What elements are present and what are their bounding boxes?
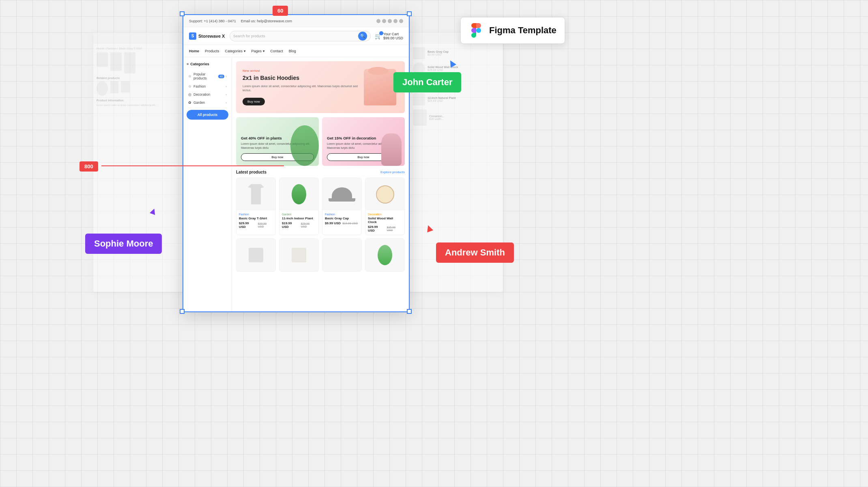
cat-fashion-icon: ☆ <box>188 84 191 88</box>
cat-popular[interactable]: ☆ Popular products 40 › <box>187 70 228 82</box>
product-thumb-plant <box>279 178 318 210</box>
cat-garden[interactable]: ✿ Garden › <box>187 99 228 107</box>
explore-products-link[interactable]: Explore products <box>380 170 405 174</box>
price-row-cap: $9.99 USD $19.99 USD <box>325 221 359 225</box>
product-card-clock[interactable]: Decoration Solid Wood Wall Clock $29.99 … <box>365 178 405 235</box>
sophie-moore-label: Sophie Moore <box>85 234 162 254</box>
cat-garden-label: Garden <box>193 101 205 105</box>
promo-card-decoration: Get 15% OFF in decoration Lorem ipsum do… <box>322 117 405 166</box>
latest-products-title: Latest products <box>236 170 266 174</box>
product-name-plant: 11-Inch Indoor Plant <box>282 217 316 220</box>
product-card-plant[interactable]: Garden 11-Inch Indoor Plant $19.99 USD $… <box>279 178 319 235</box>
price-old-clock: $35.99 USD <box>387 226 402 232</box>
price-old-tshirt: $39.99 USD <box>258 222 273 228</box>
measurement-60-badge: 60 <box>273 6 288 16</box>
hero-image <box>362 67 398 107</box>
product-thumb-extra-2 <box>279 239 318 271</box>
social-icon-2 <box>382 19 386 23</box>
social-icon-5 <box>399 19 403 23</box>
store-topbar: Support: +1 (414) 380 - 0471 Email us: h… <box>183 15 409 27</box>
price-row-tshirt: $29.99 USD $39.99 USD <box>239 221 273 229</box>
product-info-clock: Decoration Solid Wood Wall Clock $29.99 … <box>365 210 404 235</box>
cart-details: Your Cart $99.00 USD <box>383 32 403 40</box>
hero-cta-button[interactable]: Buy now <box>243 98 265 105</box>
cat-fashion[interactable]: ☆ Fashion › <box>187 82 228 90</box>
product-thumb-cap <box>322 178 361 210</box>
all-products-button[interactable]: All products <box>187 110 228 120</box>
product-card-extra-3[interactable] <box>322 238 362 272</box>
product-info-cap: Fashion Basic Gray Cap $9.99 USD $19.99 … <box>322 210 361 227</box>
figma-logo-icon <box>469 23 483 38</box>
cat-decoration-icon: ◎ <box>188 92 191 97</box>
cart-amount: $99.00 USD <box>383 36 403 40</box>
store-logo[interactable]: S Storewave X <box>189 32 226 40</box>
product-card-extra-2[interactable] <box>279 238 319 272</box>
menu-products[interactable]: Products <box>205 49 219 53</box>
products-grid: Fashion Basic Gray T-Shirt $29.99 USD $3… <box>236 178 405 235</box>
hero-text: New arrival 2x1 in Basic Hoodies Lorem i… <box>243 69 359 105</box>
categories-title: ≡ Categories <box>187 62 228 66</box>
product-cat-decoration: Decoration <box>368 213 402 216</box>
tshirt-icon <box>248 184 264 204</box>
chevron-icon: › <box>226 75 227 78</box>
price-current-plant: $19.99 USD <box>282 221 299 229</box>
selection-handle-bl[interactable] <box>180 309 185 314</box>
product-card-extra-4[interactable] <box>365 238 405 272</box>
store-body: New arrival 2x1 in Basic Hoodies Lorem i… <box>232 57 409 311</box>
price-row-clock: $29.99 USD $35.99 USD <box>368 225 402 232</box>
cart-badge <box>379 31 383 35</box>
phone-text: Support: +1 (414) 380 - 0471 <box>189 19 236 23</box>
menu-pages[interactable]: Pages ▾ <box>251 49 265 53</box>
latest-products-header: Latest products Explore products <box>236 170 405 174</box>
social-icon-4 <box>393 19 397 23</box>
product-card-extra-1[interactable] <box>236 238 276 272</box>
search-bar[interactable]: Search for products 🔍 <box>230 31 371 41</box>
price-old-plant: $29.98 USD <box>301 222 316 228</box>
product-name-clock: Solid Wood Wall Clock <box>368 217 402 224</box>
chevron-icon-4: › <box>226 101 227 105</box>
cat-decoration[interactable]: ◎ Decoration › <box>187 90 228 99</box>
search-placeholder: Search for products <box>233 34 265 38</box>
menu-blog[interactable]: Blog <box>289 49 296 53</box>
figma-template-badge: Figma Template <box>460 17 565 44</box>
menu-home[interactable]: Home <box>189 49 199 53</box>
product-name-cap: Basic Gray Cap <box>325 217 359 220</box>
price-row-plant: $19.99 USD $29.98 USD <box>282 221 316 229</box>
price-current-cap: $9.99 USD <box>325 221 341 225</box>
category-sidebar: ≡ Categories ☆ Popular products 40 › ☆ F… <box>183 57 232 311</box>
promo-card-plants: Get 40% OFF in plants Lorem ipsum dolor … <box>236 117 319 166</box>
figma-badge-label: Figma Template <box>489 25 556 36</box>
selection-handle-tr[interactable] <box>407 11 412 16</box>
hero-tag: New arrival <box>243 69 359 73</box>
hero-banner: New arrival 2x1 in Basic Hoodies Lorem i… <box>236 61 405 113</box>
menu-contact[interactable]: Contact <box>271 49 283 53</box>
cap-icon <box>332 187 352 202</box>
social-icons <box>376 19 403 23</box>
vase-illustration <box>381 133 402 166</box>
price-current-clock: $29.99 USD <box>368 225 385 232</box>
product-name-tshirt: Basic Gray T-Shirt <box>239 217 273 220</box>
product-card-tshirt[interactable]: Fashion Basic Gray T-Shirt $29.99 USD $3… <box>236 178 276 235</box>
main-design-frame: Support: +1 (414) 380 - 0471 Email us: h… <box>183 14 410 312</box>
search-button[interactable]: 🔍 <box>358 32 367 41</box>
contact-info: Support: +1 (414) 380 - 0471 Email us: h… <box>189 19 292 23</box>
extra-plant-icon <box>378 245 392 265</box>
price-current-tshirt: $29.99 USD <box>239 221 256 229</box>
menu-categories[interactable]: Categories ▾ <box>225 49 246 53</box>
clock-icon <box>376 185 394 204</box>
cart-area[interactable]: 🛒 Your Cart $99.00 USD <box>375 32 403 40</box>
plant-illustration <box>290 125 319 166</box>
andrew-smith-label: Andrew Smith <box>436 242 514 263</box>
product-thumb-extra-4 <box>365 239 404 271</box>
store-content: ≡ Categories ☆ Popular products 40 › ☆ F… <box>183 57 409 311</box>
price-old-cap: $19.99 USD <box>342 222 358 225</box>
extra-product-icon-1 <box>249 248 263 262</box>
logo-text: Storewave X <box>198 34 225 39</box>
email-text: Email us: help@storewave.com <box>241 19 292 23</box>
promo-row: Get 40% OFF in plants Lorem ipsum dolor … <box>236 117 405 166</box>
selection-handle-br[interactable] <box>407 309 412 314</box>
selection-handle-tl[interactable] <box>180 11 185 16</box>
cat-popular-badge: 40 <box>218 75 225 78</box>
product-card-cap[interactable]: Fashion Basic Gray Cap $9.99 USD $19.99 … <box>322 178 362 235</box>
plant-icon <box>292 184 306 204</box>
